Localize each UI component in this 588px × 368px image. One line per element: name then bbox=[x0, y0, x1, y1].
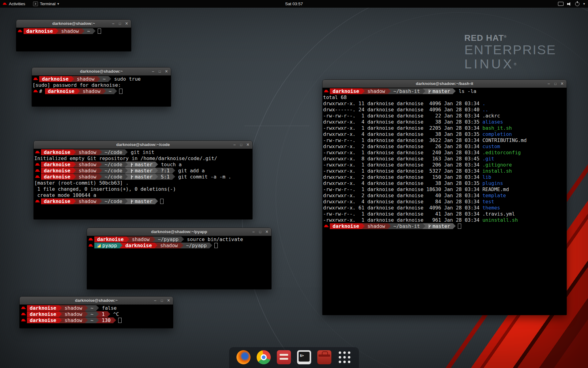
window-titlebar[interactable]: darknoise@shadow:~/code−□× bbox=[34, 141, 252, 149]
close-button[interactable]: × bbox=[245, 142, 251, 148]
terminal-icon[interactable]: $> bbox=[297, 350, 311, 364]
close-button[interactable]: × bbox=[164, 69, 169, 74]
terminal-text: -rwxrwxr-x. 1 darknoise darknoise 2205 J… bbox=[323, 125, 482, 131]
terminal-text: drwxrwxr-x. 61 darknoise darknoise 4096 … bbox=[323, 205, 482, 211]
terminal-text: 1 file changed, 0 insertions(+), 0 delet… bbox=[34, 186, 176, 192]
trademark-symbol: ® bbox=[514, 62, 518, 66]
powerline-separator-icon bbox=[362, 223, 365, 229]
terminal-text: aliases bbox=[482, 119, 503, 125]
maximize-button[interactable]: □ bbox=[117, 22, 123, 25]
prompt-segment-user: darknoise bbox=[27, 317, 59, 323]
branch-icon bbox=[130, 163, 133, 167]
terminal-screen[interactable]: darknoiseshadow~ sudo true[sudo] passwor… bbox=[32, 75, 171, 106]
chrome-icon[interactable] bbox=[257, 350, 271, 364]
powerline-separator-icon bbox=[153, 236, 155, 242]
redhat-prompt-icon bbox=[89, 243, 93, 248]
system-status-area[interactable]: ▾ bbox=[558, 0, 585, 8]
prompt-segment-host: shadow bbox=[62, 305, 85, 311]
maximize-button[interactable]: □ bbox=[552, 82, 558, 86]
app-menu-terminal[interactable]: Terminal ▾ bbox=[33, 0, 59, 8]
powerline-separator-icon bbox=[99, 174, 102, 180]
terminal-text: git add a bbox=[175, 168, 205, 174]
close-button[interactable]: × bbox=[166, 298, 172, 303]
powerline-separator-icon bbox=[388, 223, 391, 229]
prompt-segment-path: ~/code bbox=[102, 149, 125, 155]
app-grid-icon[interactable] bbox=[337, 350, 352, 364]
window-titlebar[interactable]: darknoise@shadow:~/pyapp−□× bbox=[87, 228, 271, 236]
terminal-text: drwx------. 24 darknoise darknoise 4096 … bbox=[323, 107, 482, 113]
terminal-line: Initialized empty Git repository in /hom… bbox=[34, 155, 252, 162]
logo-line-3: LINUX® bbox=[464, 57, 556, 71]
powerline-separator-icon bbox=[71, 76, 74, 82]
terminal-text: drwxrwxr-x. 2 darknoise darknoise 150 Ja… bbox=[323, 174, 482, 180]
activities-button[interactable]: Activities bbox=[2, 0, 25, 8]
minimize-button[interactable]: − bbox=[546, 81, 552, 86]
close-button[interactable]: × bbox=[559, 81, 565, 86]
powerline-separator-icon bbox=[99, 149, 102, 155]
terminal-line: drwxrwxr-x. 4 darknoise darknoise 38 Jan… bbox=[323, 180, 567, 186]
maximize-button[interactable]: □ bbox=[159, 299, 165, 302]
terminal-text: touch a bbox=[158, 162, 182, 167]
powerline-separator-icon bbox=[99, 168, 102, 174]
maximize-button[interactable]: □ bbox=[157, 70, 163, 73]
window-titlebar[interactable]: darknoise@shadow:~−□× bbox=[20, 297, 173, 305]
prompt-segment-host: shadow bbox=[76, 174, 99, 180]
terminal-line: drwx------. 24 darknoise darknoise 4096 … bbox=[323, 107, 567, 113]
maximize-button[interactable]: □ bbox=[238, 143, 244, 147]
redhat-prompt-icon bbox=[324, 88, 329, 94]
prompt-segment-user: darknoise bbox=[45, 88, 77, 94]
firefox-icon[interactable] bbox=[236, 350, 251, 364]
terminal-text: drwxrwxr-x. 4 darknoise darknoise 38 Jan… bbox=[323, 180, 482, 186]
toolbox-icon[interactable] bbox=[317, 350, 331, 364]
powerline-separator-icon bbox=[113, 317, 116, 323]
prompt-segment-path: ~/pyapp bbox=[183, 243, 209, 248]
minimize-button[interactable]: − bbox=[152, 298, 158, 303]
terminal-text: ^C bbox=[110, 311, 119, 317]
clock[interactable]: Sat 03:57 bbox=[285, 0, 303, 8]
terminal-text: -rw-rw-r--. 1 darknoise darknoise 22 Jan… bbox=[323, 113, 482, 119]
powerline-separator-icon bbox=[125, 198, 128, 204]
window-titlebar[interactable]: darknoise@shadow:~−□× bbox=[16, 20, 131, 28]
window-titlebar[interactable]: darknoise@shadow:~−□× bbox=[32, 67, 171, 76]
close-button[interactable]: × bbox=[124, 21, 130, 26]
prompt-segment-git: master bbox=[128, 174, 155, 180]
terminal-text: drwxrwxr-x. 8 darknoise darknoise 163 Ja… bbox=[323, 156, 482, 162]
terminal-screen[interactable]: darknoiseshadow~ bbox=[16, 28, 131, 51]
minimize-button[interactable]: − bbox=[150, 69, 156, 74]
terminal-cursor bbox=[98, 29, 101, 34]
terminal-text: CONTRIBUTING.md bbox=[482, 137, 527, 143]
maximize-button[interactable]: □ bbox=[257, 230, 263, 234]
terminal-text: drwxrwxr-x. 2 darknoise darknoise 26 Jan… bbox=[323, 144, 482, 149]
minimize-button[interactable]: − bbox=[110, 21, 116, 26]
terminal-window: darknoise@shadow:~−□×darknoiseshadow~ su… bbox=[32, 67, 171, 106]
powerline-separator-icon bbox=[93, 28, 96, 34]
terminal-text: .ackrc bbox=[482, 113, 500, 119]
prompt-segment-host: shadow bbox=[74, 76, 97, 82]
terminal-line: drwxrwxr-x. 61 darknoise darknoise 4096 … bbox=[323, 205, 567, 211]
terminal-text: -rw-rw-r--. 1 darknoise darknoise 41 Jan… bbox=[323, 211, 482, 217]
prompt-segment-path: ~/code bbox=[102, 162, 125, 167]
files-icon[interactable] bbox=[277, 350, 291, 364]
terminal-line: pyappdarknoiseshadow~/pyapp bbox=[88, 243, 271, 249]
close-button[interactable]: × bbox=[264, 229, 270, 235]
terminal-screen[interactable]: darknoiseshadow~/code git initInitialize… bbox=[34, 149, 252, 219]
terminal-screen[interactable]: darknoiseshadow~ falsedarknoiseshadow~1 … bbox=[20, 305, 173, 328]
terminal-text: . bbox=[482, 101, 485, 106]
minimize-button[interactable]: − bbox=[251, 229, 256, 234]
prompt-segment-stat: S:1 bbox=[158, 174, 172, 180]
branch-icon bbox=[428, 224, 431, 228]
minimize-button[interactable]: − bbox=[232, 142, 237, 147]
wallpaper-line bbox=[244, 126, 309, 126]
terminal-screen[interactable]: darknoiseshadow~/pyapp source bin/activa… bbox=[87, 236, 271, 289]
powerline-separator-icon bbox=[82, 28, 85, 34]
powerline-separator-icon bbox=[114, 88, 117, 94]
redhat-prompt-icon bbox=[21, 305, 26, 311]
terminal-text: create mode 100644 a bbox=[34, 192, 96, 198]
terminal-screen[interactable]: darknoiseshadow~/bash-itmaster ls -latot… bbox=[322, 88, 567, 315]
terminal-text: install.sh bbox=[482, 168, 512, 174]
prompt-segment-host: shadow bbox=[58, 28, 82, 34]
powerline-separator-icon bbox=[125, 162, 128, 167]
prompt-segment-venv: pyapp bbox=[94, 243, 120, 248]
terminal-text: .travis.yml bbox=[482, 211, 515, 217]
window-titlebar[interactable]: darknoise@shadow:~/bash-it−□× bbox=[322, 80, 567, 88]
